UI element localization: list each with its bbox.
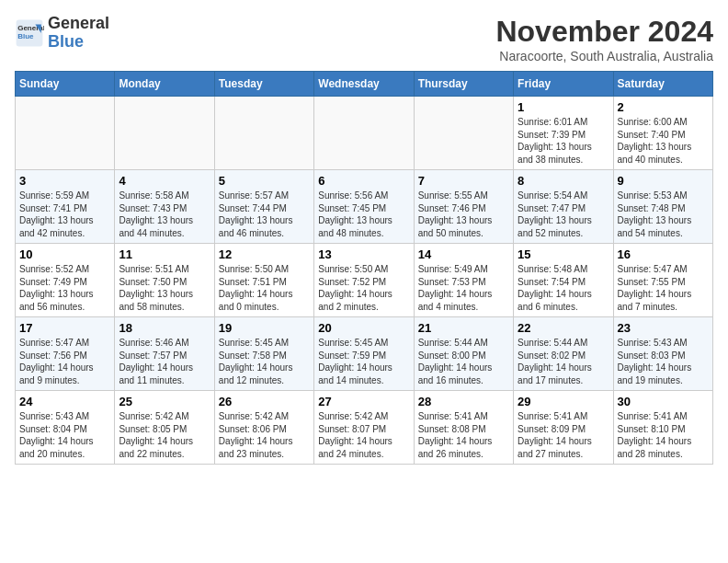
day-number: 13 (318, 247, 409, 261)
calendar-cell: 26Sunrise: 5:42 AM Sunset: 8:06 PM Dayli… (214, 391, 313, 465)
calendar-table: SundayMondayTuesdayWednesdayThursdayFrid… (15, 71, 713, 465)
day-number: 12 (219, 247, 310, 261)
calendar-cell (115, 97, 214, 170)
calendar-cell: 1Sunrise: 6:01 AM Sunset: 7:39 PM Daylig… (514, 97, 613, 170)
cell-info: Sunrise: 5:53 AM Sunset: 7:48 PM Dayligh… (618, 190, 709, 239)
calendar-cell: 6Sunrise: 5:56 AM Sunset: 7:45 PM Daylig… (314, 170, 414, 244)
calendar-cell (314, 97, 414, 170)
calendar-cell: 5Sunrise: 5:57 AM Sunset: 7:44 PM Daylig… (214, 170, 313, 244)
calendar-cell: 22Sunrise: 5:44 AM Sunset: 8:02 PM Dayli… (514, 317, 613, 391)
calendar-cell: 28Sunrise: 5:41 AM Sunset: 8:08 PM Dayli… (414, 391, 513, 465)
day-number: 10 (19, 247, 110, 261)
cell-info: Sunrise: 5:50 AM Sunset: 7:52 PM Dayligh… (318, 263, 409, 313)
cell-info: Sunrise: 5:59 AM Sunset: 7:41 PM Dayligh… (19, 190, 110, 239)
calendar-cell: 15Sunrise: 5:48 AM Sunset: 7:54 PM Dayli… (514, 244, 613, 317)
calendar-cell: 10Sunrise: 5:52 AM Sunset: 7:49 PM Dayli… (16, 244, 115, 317)
location-title: Naracoorte, South Australia, Australia (495, 49, 713, 63)
cell-info: Sunrise: 5:44 AM Sunset: 8:00 PM Dayligh… (418, 337, 509, 386)
calendar-cell (414, 97, 513, 170)
day-number: 1 (518, 100, 609, 114)
day-number: 20 (318, 321, 409, 335)
week-row-1: 1Sunrise: 6:01 AM Sunset: 7:39 PM Daylig… (16, 97, 713, 170)
calendar-cell: 25Sunrise: 5:42 AM Sunset: 8:05 PM Dayli… (115, 391, 214, 465)
cell-info: Sunrise: 5:42 AM Sunset: 8:05 PM Dayligh… (119, 410, 210, 460)
calendar-cell: 4Sunrise: 5:58 AM Sunset: 7:43 PM Daylig… (115, 170, 214, 244)
calendar-cell: 20Sunrise: 5:45 AM Sunset: 7:59 PM Dayli… (314, 317, 414, 391)
day-number: 5 (219, 174, 310, 188)
logo-icon: General Blue (15, 18, 44, 48)
cell-info: Sunrise: 5:54 AM Sunset: 7:47 PM Dayligh… (518, 190, 609, 239)
cell-info: Sunrise: 5:43 AM Sunset: 8:03 PM Dayligh… (618, 337, 709, 386)
calendar-cell: 8Sunrise: 5:54 AM Sunset: 7:47 PM Daylig… (514, 170, 613, 244)
day-number: 8 (518, 174, 609, 188)
weekday-saturday: Saturday (613, 72, 712, 97)
title-area: November 2024 Naracoorte, South Australi… (495, 15, 713, 63)
calendar-cell: 19Sunrise: 5:45 AM Sunset: 7:58 PM Dayli… (214, 317, 313, 391)
cell-info: Sunrise: 5:41 AM Sunset: 8:08 PM Dayligh… (418, 410, 509, 460)
cell-info: Sunrise: 5:51 AM Sunset: 7:50 PM Dayligh… (119, 263, 210, 313)
day-number: 14 (418, 247, 509, 261)
weekday-sunday: Sunday (16, 72, 115, 97)
day-number: 21 (418, 321, 509, 335)
cell-info: Sunrise: 5:42 AM Sunset: 8:07 PM Dayligh… (318, 410, 409, 460)
day-number: 28 (418, 395, 509, 408)
cell-info: Sunrise: 6:01 AM Sunset: 7:39 PM Dayligh… (518, 116, 609, 166)
cell-info: Sunrise: 6:00 AM Sunset: 7:40 PM Dayligh… (618, 116, 709, 166)
day-number: 7 (418, 174, 509, 188)
day-number: 29 (518, 395, 609, 408)
calendar-cell: 24Sunrise: 5:43 AM Sunset: 8:04 PM Dayli… (16, 391, 115, 465)
cell-info: Sunrise: 5:46 AM Sunset: 7:57 PM Dayligh… (119, 337, 210, 386)
day-number: 3 (19, 174, 110, 188)
page-header: General Blue General Blue November 2024 … (15, 15, 713, 63)
day-number: 6 (318, 174, 409, 188)
calendar-cell: 7Sunrise: 5:55 AM Sunset: 7:46 PM Daylig… (414, 170, 513, 244)
weekday-thursday: Thursday (414, 72, 513, 97)
calendar-cell: 27Sunrise: 5:42 AM Sunset: 8:07 PM Dayli… (314, 391, 414, 465)
cell-info: Sunrise: 5:42 AM Sunset: 8:06 PM Dayligh… (219, 410, 310, 460)
cell-info: Sunrise: 5:47 AM Sunset: 7:55 PM Dayligh… (618, 263, 709, 313)
week-row-3: 10Sunrise: 5:52 AM Sunset: 7:49 PM Dayli… (16, 244, 713, 317)
calendar-cell: 9Sunrise: 5:53 AM Sunset: 7:48 PM Daylig… (613, 170, 712, 244)
day-number: 19 (219, 321, 310, 335)
day-number: 25 (119, 395, 210, 408)
day-number: 22 (518, 321, 609, 335)
cell-info: Sunrise: 5:47 AM Sunset: 7:56 PM Dayligh… (19, 337, 110, 386)
weekday-header-row: SundayMondayTuesdayWednesdayThursdayFrid… (16, 72, 713, 97)
calendar-cell: 21Sunrise: 5:44 AM Sunset: 8:00 PM Dayli… (414, 317, 513, 391)
month-title: November 2024 (495, 15, 713, 49)
week-row-2: 3Sunrise: 5:59 AM Sunset: 7:41 PM Daylig… (16, 170, 713, 244)
day-number: 18 (119, 321, 210, 335)
day-number: 24 (19, 395, 110, 408)
weekday-wednesday: Wednesday (314, 72, 414, 97)
day-number: 27 (318, 395, 409, 408)
cell-info: Sunrise: 5:56 AM Sunset: 7:45 PM Dayligh… (318, 190, 409, 239)
cell-info: Sunrise: 5:49 AM Sunset: 7:53 PM Dayligh… (418, 263, 509, 313)
calendar-cell: 16Sunrise: 5:47 AM Sunset: 7:55 PM Dayli… (613, 244, 712, 317)
cell-info: Sunrise: 5:45 AM Sunset: 7:59 PM Dayligh… (318, 337, 409, 386)
calendar-cell: 18Sunrise: 5:46 AM Sunset: 7:57 PM Dayli… (115, 317, 214, 391)
logo: General Blue General Blue (15, 15, 109, 52)
weekday-tuesday: Tuesday (214, 72, 313, 97)
calendar-cell (214, 97, 313, 170)
week-row-5: 24Sunrise: 5:43 AM Sunset: 8:04 PM Dayli… (16, 391, 713, 465)
weekday-monday: Monday (115, 72, 214, 97)
cell-info: Sunrise: 5:41 AM Sunset: 8:09 PM Dayligh… (518, 410, 609, 460)
logo-text: General Blue (48, 15, 109, 52)
cell-info: Sunrise: 5:57 AM Sunset: 7:44 PM Dayligh… (219, 190, 310, 239)
cell-info: Sunrise: 5:48 AM Sunset: 7:54 PM Dayligh… (518, 263, 609, 313)
cell-info: Sunrise: 5:41 AM Sunset: 8:10 PM Dayligh… (618, 410, 709, 460)
cell-info: Sunrise: 5:44 AM Sunset: 8:02 PM Dayligh… (518, 337, 609, 386)
day-number: 16 (618, 247, 709, 261)
calendar-cell: 12Sunrise: 5:50 AM Sunset: 7:51 PM Dayli… (214, 244, 313, 317)
cell-info: Sunrise: 5:45 AM Sunset: 7:58 PM Dayligh… (219, 337, 310, 386)
day-number: 30 (618, 395, 709, 408)
calendar-cell: 13Sunrise: 5:50 AM Sunset: 7:52 PM Dayli… (314, 244, 414, 317)
day-number: 23 (618, 321, 709, 335)
calendar-cell: 23Sunrise: 5:43 AM Sunset: 8:03 PM Dayli… (613, 317, 712, 391)
calendar-cell: 29Sunrise: 5:41 AM Sunset: 8:09 PM Dayli… (514, 391, 613, 465)
calendar-cell: 2Sunrise: 6:00 AM Sunset: 7:40 PM Daylig… (613, 97, 712, 170)
calendar-cell: 17Sunrise: 5:47 AM Sunset: 7:56 PM Dayli… (16, 317, 115, 391)
svg-text:Blue: Blue (17, 32, 34, 40)
calendar-cell: 30Sunrise: 5:41 AM Sunset: 8:10 PM Dayli… (613, 391, 712, 465)
day-number: 15 (518, 247, 609, 261)
